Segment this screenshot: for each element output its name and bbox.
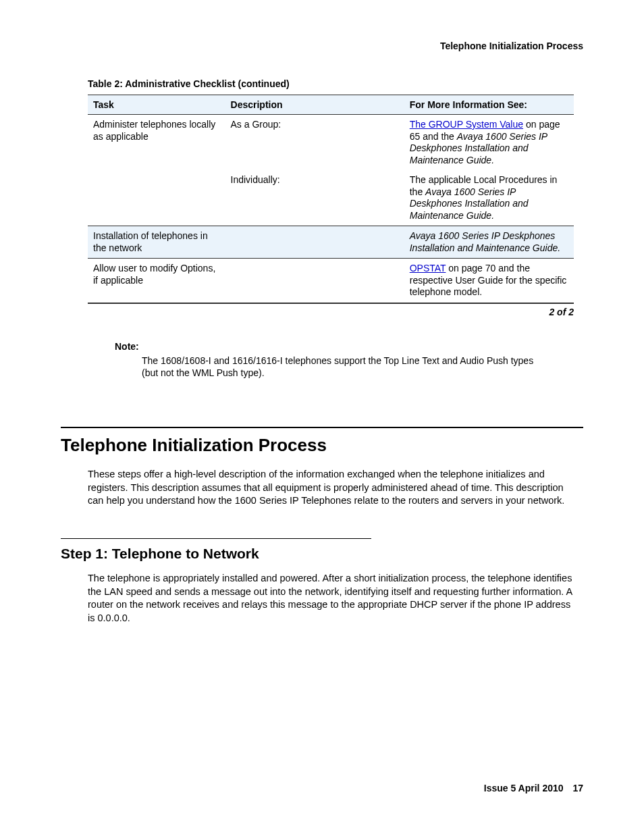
table-caption: Table 2: Administrative Checklist (conti… (88, 78, 583, 89)
note-block: Note: The 1608/1608-I and 1616/1616-I te… (115, 341, 547, 380)
table-row: Individually: The applicable Local Proce… (88, 170, 574, 226)
table-header-task: Task (88, 95, 225, 115)
table-pager: 2 of 2 (88, 303, 574, 317)
cell-desc: As a Group: (225, 115, 404, 171)
subsection-body: The telephone is appropriately installed… (88, 572, 574, 625)
subsection-rule (61, 538, 371, 539)
cell-info: The GROUP System Value on page 65 and th… (404, 115, 574, 171)
footer-issue: Issue 5 April 2010 (484, 783, 564, 793)
link-opstat[interactable]: OPSTAT (410, 263, 446, 273)
cell-task (88, 170, 225, 226)
link-group-system-value[interactable]: The GROUP System Value (410, 119, 523, 130)
table-row: Administer telephones locally as applica… (88, 115, 574, 171)
section-title: Telephone Initialization Process (61, 435, 583, 456)
cell-desc (225, 226, 404, 259)
page-footer: Issue 5 April 2010 17 (484, 783, 583, 793)
cell-info: The applicable Local Procedures in the A… (404, 170, 574, 226)
cell-desc: Individually: (225, 170, 404, 226)
footer-page-number: 17 (572, 783, 583, 793)
section-rule (61, 427, 583, 428)
table-header-info: For More Information See: (404, 95, 574, 115)
table-row: Installation of telephones in the networ… (88, 226, 574, 259)
checklist-table: Task Description For More Information Se… (88, 95, 574, 303)
table-row: Allow user to modify Options, if applica… (88, 259, 574, 303)
doc-title: Avaya 1600 Series IP Deskphones Installa… (410, 230, 560, 253)
cell-desc (225, 259, 404, 303)
doc-title: Avaya 1600 Series IP Deskphones Installa… (410, 186, 529, 221)
table-header-description: Description (225, 95, 404, 115)
cell-info: OPSTAT on page 70 and the respective Use… (404, 259, 574, 303)
cell-task: Administer telephones locally as applica… (88, 115, 225, 171)
running-header: Telephone Initialization Process (61, 41, 583, 51)
note-body: The 1608/1608-I and 1616/1616-I telephon… (142, 355, 547, 380)
cell-info: Avaya 1600 Series IP Deskphones Installa… (404, 226, 574, 259)
cell-task: Allow user to modify Options, if applica… (88, 259, 225, 303)
note-label: Note: (115, 341, 547, 352)
subsection-title: Step 1: Telephone to Network (61, 546, 583, 562)
cell-task: Installation of telephones in the networ… (88, 226, 225, 259)
section-body: These steps offer a high-level descripti… (88, 468, 574, 508)
